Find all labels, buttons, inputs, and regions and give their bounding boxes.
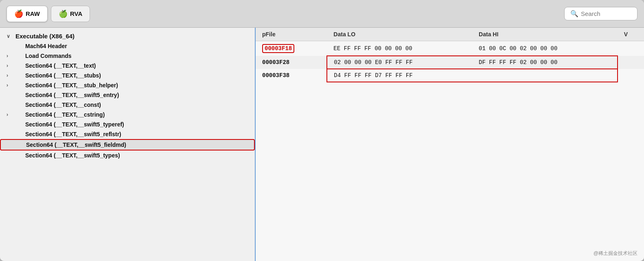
- col-data-hi: Data HI: [472, 28, 618, 41]
- raw-icon: 🍎: [14, 9, 23, 18]
- sidebar-item-section64-swift5-fieldmd[interactable]: Section64 (__TEXT,__swift5_fieldmd): [0, 139, 255, 150]
- sidebar: ∨ Executable (X86_64) Mach64 Header › Lo…: [0, 28, 256, 261]
- toolbar: 🍎 RAW 🍏 RVA 🔍: [0, 0, 644, 28]
- sidebar-item-mach64-header[interactable]: Mach64 Header: [0, 41, 255, 51]
- chevron-icon: ›: [7, 63, 14, 69]
- table-row: 00003F38 D4 FF FF FF D7 FF FF FF: [256, 69, 644, 82]
- sidebar-item-load-commands[interactable]: › Load Commands: [0, 51, 255, 61]
- hex-addr: 00003F38: [256, 69, 327, 82]
- col-pfile: pFile: [256, 28, 327, 41]
- hex-table-header: pFile Data LO Data HI V: [256, 28, 644, 41]
- sidebar-item-section64-swift5-entry[interactable]: Section64 (__TEXT,__swift5_entry): [0, 90, 255, 100]
- chevron-icon: ›: [7, 53, 14, 59]
- tab-rva-label: RVA: [70, 10, 82, 17]
- sidebar-item-label: Section64 (__TEXT,__stub_helper): [25, 82, 118, 88]
- chevron-placeholder: [7, 102, 14, 108]
- sidebar-item-label: Mach64 Header: [25, 43, 67, 49]
- sidebar-item-label: Executable (X86_64): [15, 33, 74, 40]
- sidebar-item-section64-text-stubs[interactable]: › Section64 (__TEXT,__stubs): [0, 71, 255, 80]
- search-icon: 🔍: [570, 10, 578, 18]
- col-data-lo: Data LO: [327, 28, 472, 41]
- hex-addr: 00003F28: [256, 56, 327, 69]
- app-window: 🍎 RAW 🍏 RVA 🔍 ∨ Executable (X86_64) Mach…: [0, 0, 644, 261]
- hex-addr: 00003F18: [256, 41, 327, 56]
- sidebar-item-label: Section64 (__TEXT,__swift5_reflstr): [25, 131, 121, 137]
- sidebar-item-section64-swift5-types[interactable]: Section64 (__TEXT,__swift5_types): [0, 150, 255, 160]
- addr-highlighted: 00003F18: [262, 44, 294, 53]
- hex-table: pFile Data LO Data HI V 00003F18 EE FF F…: [256, 28, 644, 82]
- sidebar-item-section64-text-const[interactable]: Section64 (__TEXT,__const): [0, 100, 255, 110]
- chevron-placeholder: [7, 131, 14, 137]
- hex-data-lo: EE FF FF FF 00 00 00 00: [327, 41, 472, 56]
- chevron-icon: ›: [7, 82, 14, 88]
- hex-extra: [618, 69, 644, 82]
- sidebar-item-label: Section64 (__TEXT,__swift5_entry): [25, 92, 119, 98]
- sidebar-item-label: Section64 (__TEXT,__swift5_typeref): [25, 121, 124, 128]
- hex-data-lo: D4 FF FF FF D7 FF FF FF: [327, 69, 472, 82]
- sidebar-item-executable[interactable]: ∨ Executable (X86_64): [0, 31, 255, 41]
- chevron-placeholder: [7, 153, 14, 158]
- sidebar-item-label: Section64 (__TEXT,__text): [25, 62, 96, 69]
- search-box: 🔍: [564, 7, 637, 20]
- sidebar-item-section64-stub-helper[interactable]: › Section64 (__TEXT,__stub_helper): [0, 80, 255, 90]
- rva-icon: 🍏: [59, 9, 68, 18]
- chevron-icon: ›: [7, 112, 14, 117]
- sidebar-item-section64-swift5-reflstr[interactable]: Section64 (__TEXT,__swift5_reflstr): [0, 129, 255, 139]
- tab-raw-label: RAW: [26, 10, 40, 17]
- sidebar-item-label: Section64 (__TEXT,__swift5_fieldmd): [26, 142, 126, 148]
- tab-raw-button[interactable]: 🍎 RAW: [7, 6, 48, 22]
- sidebar-item-section64-text-cstring[interactable]: › Section64 (__TEXT,__cstring): [0, 110, 255, 119]
- hex-extra: [618, 41, 644, 56]
- chevron-icon: ∨: [7, 33, 14, 39]
- hex-data-hi: [472, 69, 618, 82]
- sidebar-item-section64-swift5-typeref[interactable]: Section64 (__TEXT,__swift5_typeref): [0, 119, 255, 129]
- chevron-placeholder: [7, 122, 14, 127]
- sidebar-item-label: Section64 (__TEXT,__stubs): [25, 72, 101, 79]
- hex-data-hi: DF FF FF FF 02 00 00 00: [472, 56, 618, 69]
- main-content: ∨ Executable (X86_64) Mach64 Header › Lo…: [0, 28, 644, 261]
- search-input[interactable]: [581, 10, 630, 17]
- sidebar-item-label: Load Commands: [25, 53, 72, 59]
- sidebar-item-section64-text-text[interactable]: › Section64 (__TEXT,__text): [0, 61, 255, 71]
- tab-rva-button[interactable]: 🍏 RVA: [51, 6, 90, 22]
- hex-extra: [618, 56, 644, 69]
- col-v: V: [618, 28, 644, 41]
- chevron-placeholder: [7, 43, 14, 49]
- chevron-icon: ›: [7, 73, 14, 78]
- chevron-placeholder: [7, 142, 15, 148]
- hex-data-lo: 02 00 00 00 E0 FF FF FF: [327, 56, 472, 69]
- watermark: @稀土掘金技术社区: [594, 250, 637, 257]
- hex-view: pFile Data LO Data HI V 00003F18 EE FF F…: [256, 28, 644, 261]
- hex-data-hi: 01 00 0C 00 02 00 00 00: [472, 41, 618, 56]
- sidebar-item-label: Section64 (__TEXT,__cstring): [25, 111, 105, 118]
- table-row: 00003F28 02 00 00 00 E0 FF FF FF DF FF F…: [256, 56, 644, 69]
- table-row: 00003F18 EE FF FF FF 00 00 00 00 01 00 0…: [256, 41, 644, 56]
- sidebar-item-label: Section64 (__TEXT,__swift5_types): [25, 152, 120, 159]
- sidebar-item-label: Section64 (__TEXT,__const): [25, 102, 101, 108]
- chevron-placeholder: [7, 92, 14, 98]
